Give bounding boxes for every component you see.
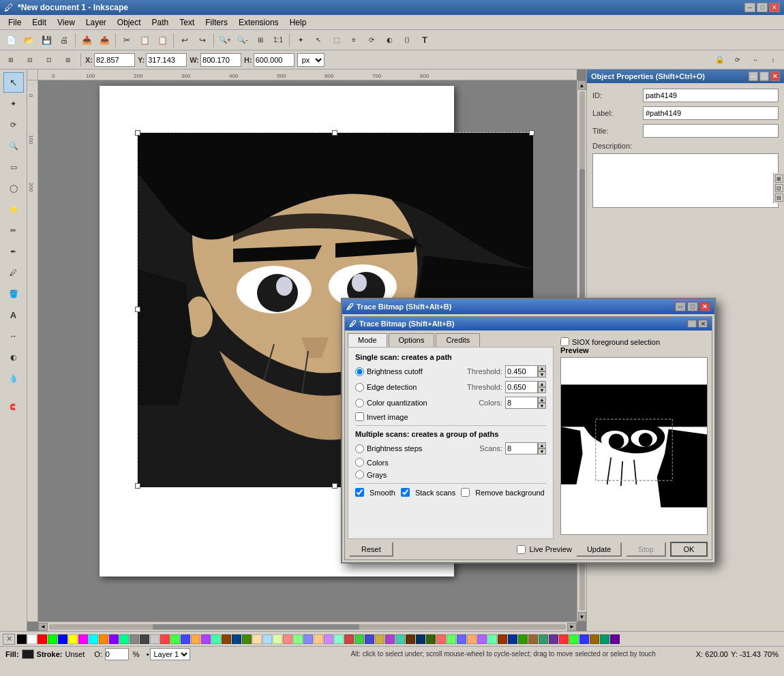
color-swatch-33[interactable] — [355, 634, 364, 644]
fill-stroke-btn[interactable]: ◐ — [381, 32, 397, 48]
export-btn[interactable]: 📤 — [96, 32, 112, 48]
panel-max-btn[interactable]: □ — [759, 72, 769, 81]
handle-ml[interactable] — [135, 307, 140, 312]
path-tool[interactable]: ✏ — [3, 220, 24, 241]
handle-bc[interactable] — [332, 483, 337, 489]
ok-btn[interactable]: OK — [670, 542, 708, 557]
color-swatch-6[interactable] — [78, 634, 88, 644]
zoom-tool[interactable]: 🔍 — [3, 136, 24, 156]
circle-tool[interactable]: ◯ — [3, 178, 24, 198]
color-swatch-39[interactable] — [416, 634, 425, 644]
color-swatch-14[interactable] — [160, 634, 170, 644]
rect-tool[interactable]: ▭ — [3, 157, 24, 177]
smooth-check[interactable] — [355, 488, 364, 497]
color-swatch-9[interactable] — [109, 634, 119, 644]
xml-btn[interactable]: ⟨⟩ — [399, 32, 415, 48]
color-swatch-29[interactable] — [314, 634, 323, 644]
color-swatch-31[interactable] — [334, 634, 344, 644]
id-input[interactable] — [643, 89, 779, 102]
brightness-threshold-input[interactable] — [505, 365, 538, 378]
siox-check[interactable] — [560, 337, 569, 346]
handle-tl[interactable] — [135, 130, 140, 136]
remove-bg-check[interactable] — [461, 488, 470, 497]
align-btn[interactable]: ≡ — [346, 32, 362, 48]
color-swatch-13[interactable] — [150, 634, 160, 644]
color-swatch-44[interactable] — [467, 634, 477, 644]
paste-btn[interactable]: 📋 — [154, 32, 170, 48]
maximize-btn[interactable]: □ — [757, 3, 768, 12]
save-btn[interactable]: 💾 — [38, 32, 55, 48]
color-quant-radio[interactable] — [355, 399, 364, 408]
handle-tc[interactable] — [332, 130, 337, 136]
color-swatch-15[interactable] — [170, 634, 180, 644]
menu-view[interactable]: View — [52, 16, 80, 29]
color-swatch-32[interactable] — [344, 634, 354, 644]
color-swatch-50[interactable] — [528, 634, 538, 644]
update-btn[interactable]: Update — [576, 542, 622, 557]
handle-bl[interactable] — [135, 483, 140, 489]
tab-options[interactable]: Options — [389, 333, 435, 347]
select-tool[interactable]: ↖ — [3, 72, 24, 93]
color-swatch-19[interactable] — [211, 634, 221, 644]
grays-radio[interactable] — [355, 470, 364, 479]
color-swatch-12[interactable] — [140, 634, 149, 644]
scroll-right-btn[interactable]: ► — [567, 623, 577, 631]
connector-tool[interactable]: ↔ — [3, 326, 24, 346]
menu-object[interactable]: Object — [112, 16, 147, 29]
color-swatch-8[interactable] — [99, 634, 108, 644]
h-scroll-thumb[interactable] — [153, 624, 359, 630]
color-swatch-49[interactable] — [518, 634, 528, 644]
color-swatch-38[interactable] — [406, 634, 415, 644]
color-swatch-46[interactable] — [487, 634, 497, 644]
snap2-btn[interactable]: ⊟ — [22, 52, 38, 68]
color-swatch-48[interactable] — [508, 634, 517, 644]
group-btn[interactable]: ⬚ — [328, 32, 344, 48]
color-swatch-3[interactable] — [48, 634, 57, 644]
panel-close-btn[interactable]: ✕ — [770, 72, 780, 81]
opacity-input[interactable] — [105, 648, 129, 660]
select-btn[interactable]: ↖ — [310, 32, 327, 48]
color-swatch-0[interactable] — [17, 634, 27, 644]
label-input[interactable] — [643, 106, 779, 120]
menu-edit[interactable]: Edit — [27, 16, 52, 29]
color-swatch-47[interactable] — [498, 634, 507, 644]
menu-path[interactable]: Path — [147, 16, 175, 29]
node-edit-btn[interactable]: ✦ — [292, 32, 309, 48]
h-scroll-track[interactable] — [49, 624, 566, 630]
color-swatch-51[interactable] — [539, 634, 548, 644]
snap4-btn[interactable]: ⊞ — [60, 52, 76, 68]
scroll-down-btn[interactable]: ▼ — [578, 612, 586, 621]
colors-down[interactable]: ▼ — [538, 403, 546, 409]
trace-min-btn[interactable]: ─ — [675, 302, 686, 311]
menu-filters[interactable]: Filters — [200, 16, 233, 29]
node-tool[interactable]: ✦ — [3, 93, 24, 114]
undo-btn[interactable]: ↩ — [177, 32, 193, 48]
colors-input[interactable] — [505, 397, 538, 409]
unit-select[interactable]: px mm in — [297, 53, 325, 67]
colors-up[interactable]: ▲ — [538, 397, 546, 403]
color-swatch-24[interactable] — [262, 634, 272, 644]
scroll-up-btn[interactable]: ▲ — [578, 80, 586, 90]
menu-extensions[interactable]: Extensions — [233, 16, 284, 29]
brightness-radio[interactable] — [355, 367, 364, 376]
color-swatch-36[interactable] — [385, 634, 395, 644]
no-color-swatch[interactable]: ✕ — [3, 634, 15, 645]
menu-text[interactable]: Text — [174, 16, 200, 29]
menu-help[interactable]: Help — [284, 16, 312, 29]
scroll-left-btn[interactable]: ◄ — [38, 623, 48, 631]
color-swatch-21[interactable] — [232, 634, 241, 644]
color-swatch-34[interactable] — [365, 634, 374, 644]
gradient-tool[interactable]: ◐ — [3, 347, 24, 367]
color-swatch-22[interactable] — [242, 634, 252, 644]
color-swatch-18[interactable] — [201, 634, 211, 644]
color-swatch-17[interactable] — [191, 634, 200, 644]
menu-layer[interactable]: Layer — [80, 16, 112, 29]
layer-select[interactable]: Layer 1 — [150, 648, 190, 660]
y-input[interactable] — [146, 53, 187, 67]
edge-radio[interactable] — [355, 383, 364, 392]
panel-min-btn[interactable]: ─ — [749, 72, 758, 81]
colors-multi-radio[interactable] — [355, 458, 364, 467]
trace-max-btn[interactable]: □ — [687, 302, 698, 311]
reset-btn[interactable]: Reset — [349, 542, 393, 557]
color-swatch-35[interactable] — [375, 634, 385, 644]
